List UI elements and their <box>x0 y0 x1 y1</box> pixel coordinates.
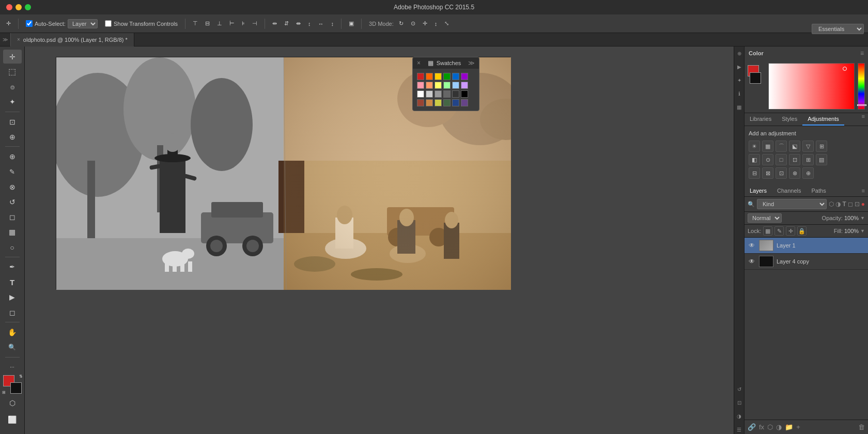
dist-h-btn[interactable]: ⇹ <box>270 19 279 28</box>
3d-rotate-btn[interactable]: ↻ <box>397 19 406 28</box>
transform-btn[interactable]: ▣ <box>347 19 356 28</box>
swatch-color[interactable] <box>443 90 451 98</box>
dodge-tool[interactable]: ○ <box>3 240 22 254</box>
swatch-color[interactable] <box>461 90 468 98</box>
show-transform-checkbox[interactable] <box>105 20 112 27</box>
filter-adj-icon[interactable]: ◑ <box>835 200 841 208</box>
colorbalance-adj-icon[interactable]: ◧ <box>749 154 760 165</box>
bw-adj-icon[interactable]: ⊙ <box>762 154 773 165</box>
swatch-color[interactable] <box>461 73 468 80</box>
eyedropper-tool[interactable]: ⊕ <box>3 130 22 144</box>
align-hcenter-btn[interactable]: ⊧ <box>240 19 247 28</box>
lock-position-btn[interactable]: ✛ <box>786 226 795 236</box>
libraries-icon[interactable]: ⊕ <box>735 49 744 58</box>
photofilter-adj-icon[interactable]: □ <box>776 154 787 165</box>
selectivecolor-adj-icon[interactable]: ⊗ <box>789 167 800 179</box>
styles-tab[interactable]: Styles <box>777 113 802 126</box>
zoom-tool[interactable]: 🔍 <box>3 340 22 354</box>
swatch-color[interactable] <box>461 99 468 106</box>
colorlookup-adj-icon[interactable]: ⊞ <box>802 154 814 165</box>
swatch-color[interactable] <box>435 90 442 98</box>
marquee-tool[interactable]: ⬚ <box>3 65 22 79</box>
swatch-color[interactable] <box>452 82 459 89</box>
histogram-icon[interactable]: ▦ <box>735 102 744 112</box>
adjustments-tab[interactable]: Adjustments <box>802 113 844 126</box>
swatch-color[interactable] <box>452 90 459 98</box>
minimize-button[interactable] <box>16 4 22 10</box>
hue-strip[interactable] <box>858 63 865 110</box>
swatch-color[interactable] <box>426 99 433 106</box>
dist-b-btn[interactable]: ↕ <box>329 20 336 28</box>
properties-icon[interactable]: ☰ <box>735 425 744 434</box>
align-vcenter-btn[interactable]: ⊟ <box>203 19 212 28</box>
swatches-menu-icon[interactable]: ≫ <box>468 59 475 67</box>
color-gradient-picker[interactable] <box>768 63 855 110</box>
swatch-color[interactable] <box>443 82 451 89</box>
fill-arrow[interactable]: ▼ <box>860 228 865 234</box>
play-icon[interactable]: ▶ <box>735 62 744 71</box>
align-right-btn[interactable]: ⊣ <box>250 19 259 28</box>
posterize-adj-icon[interactable]: ⊟ <box>749 167 760 179</box>
shape-tool[interactable]: ◻ <box>3 305 22 319</box>
adjustments-mini-icon[interactable]: ◑ <box>735 411 744 421</box>
dist-r-btn[interactable]: ↔ <box>316 20 326 28</box>
layer-row-1[interactable]: 👁 Layer 1 <box>745 238 868 254</box>
exposure-adj-icon[interactable]: ⬕ <box>789 141 800 152</box>
filter-smart-icon[interactable]: ⊡ <box>855 200 860 208</box>
curves-adj-icon[interactable]: ⌒ <box>776 141 787 152</box>
swatch-color[interactable] <box>443 73 451 80</box>
filter-shape-icon[interactable]: ◻ <box>848 200 853 208</box>
swatch-color[interactable] <box>417 99 424 106</box>
history-icon[interactable]: ↺ <box>735 384 744 394</box>
opacity-value[interactable]: 100% <box>844 215 859 221</box>
background-color[interactable] <box>10 382 22 394</box>
clone-stamp-tool[interactable]: ⊗ <box>3 180 22 194</box>
move-tool-btn[interactable]: ✛ <box>4 19 13 28</box>
add-mask-icon[interactable]: ⬡ <box>767 423 773 431</box>
layers-panel-menu[interactable]: ≡ <box>859 188 868 194</box>
auto-select-dropdown[interactable]: Layer <box>68 19 98 28</box>
crop-tool[interactable]: ⊡ <box>3 115 22 129</box>
swatch-color[interactable] <box>452 73 459 80</box>
layers-tab[interactable]: Layers <box>745 185 772 196</box>
screen-mode-btn[interactable]: ⬜ <box>3 412 22 427</box>
document-tab[interactable]: × oldphoto.psd @ 100% (Layer 1, RGB/8) * <box>10 33 134 47</box>
add-group-icon[interactable]: 📁 <box>785 423 793 431</box>
swatch-color[interactable] <box>417 82 424 89</box>
auto-select-checkbox[interactable] <box>26 20 33 27</box>
gradient-tool[interactable]: ▦ <box>3 225 22 239</box>
swatch-color[interactable] <box>426 73 433 80</box>
lock-all-btn[interactable]: 🔒 <box>797 226 807 236</box>
align-bottom-btn[interactable]: ⊥ <box>215 19 224 28</box>
magic-wand-tool[interactable]: ✦ <box>3 95 22 109</box>
starburst-icon[interactable]: ✦ <box>735 75 744 85</box>
paths-tab[interactable]: Paths <box>807 185 831 196</box>
3d-slide-btn[interactable]: ↕ <box>432 20 440 28</box>
path-select-tool[interactable]: ▶ <box>3 290 22 304</box>
dist-v-btn[interactable]: ⇵ <box>282 19 291 28</box>
3d-scale-btn[interactable]: ⤡ <box>442 19 451 28</box>
layer-4copy-visibility-icon[interactable]: 👁 <box>748 257 756 266</box>
layer-1-visibility-icon[interactable]: 👁 <box>748 241 756 250</box>
opacity-arrow[interactable]: ▼ <box>860 215 865 221</box>
fill-value[interactable]: 100% <box>844 228 859 234</box>
new-layer-icon[interactable]: + <box>796 423 800 431</box>
add-link-icon[interactable]: 🔗 <box>748 423 756 431</box>
lock-transparent-btn[interactable]: ▦ <box>763 226 772 236</box>
swatches-close-btn[interactable]: × <box>417 59 421 67</box>
more-tools[interactable]: ··· <box>3 360 22 374</box>
tab-close-icon[interactable]: × <box>17 37 20 42</box>
tab-scroll-left[interactable]: ≫ <box>0 33 10 47</box>
align-top-btn[interactable]: ⊤ <box>191 19 200 28</box>
text-tool[interactable]: T <box>3 275 22 289</box>
align-left-btn[interactable]: ⊢ <box>227 19 237 28</box>
gradientmap-adj-icon[interactable]: ⊡ <box>776 167 787 179</box>
brush-tool[interactable]: ✎ <box>3 165 22 179</box>
eraser-tool[interactable]: ◻ <box>3 210 22 224</box>
bg-color-swatch[interactable] <box>750 72 761 84</box>
swatch-color[interactable] <box>426 82 433 89</box>
hand-tool[interactable]: ✋ <box>3 325 22 339</box>
libraries-tab[interactable]: Libraries <box>745 113 777 126</box>
color-panel-menu-btn[interactable]: ≡ <box>860 50 864 57</box>
swatch-color[interactable] <box>443 99 451 106</box>
